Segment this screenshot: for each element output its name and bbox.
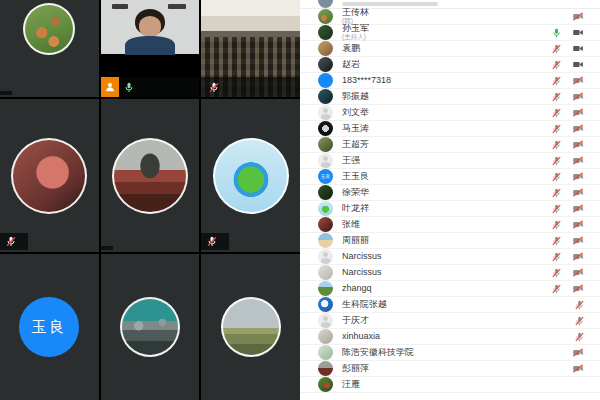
camera-on-icon	[571, 43, 585, 54]
mic-muted-icon	[574, 299, 585, 311]
participant-status-icons	[551, 251, 585, 263]
camera-toggle[interactable]	[571, 171, 585, 182]
participant-row[interactable]: 叶龙祥	[300, 201, 600, 217]
camera-toggle[interactable]	[571, 27, 585, 38]
participant-avatar	[318, 233, 333, 248]
participant-row[interactable]: 生科院张越	[300, 297, 600, 313]
camera-toggle[interactable]	[571, 203, 585, 214]
camera-toggle[interactable]	[571, 251, 585, 262]
mic-toggle[interactable]	[551, 155, 562, 167]
participant-row[interactable]: 183****7318	[300, 73, 600, 89]
participant-row[interactable]: 彭丽萍	[300, 361, 600, 377]
participant-row[interactable]: 袁鹏	[300, 41, 600, 57]
mic-toggle[interactable]	[574, 331, 585, 343]
tile-name-label	[0, 91, 12, 95]
participant-status-icons	[551, 59, 585, 71]
mic-toggle[interactable]	[551, 171, 562, 183]
participant-status-icons	[551, 139, 585, 151]
participant-row[interactable]: 王传林(我)	[300, 9, 600, 25]
participant-avatar	[318, 89, 333, 104]
participant-row[interactable]: 陈浩安徽科技学院	[300, 345, 600, 361]
camera-toggle[interactable]	[571, 123, 585, 134]
participant-status-icons	[571, 11, 585, 22]
camera-toggle[interactable]	[571, 267, 585, 278]
mic-toggle[interactable]	[551, 187, 562, 199]
camera-toggle[interactable]	[571, 59, 585, 70]
mic-toggle[interactable]	[551, 59, 562, 71]
camera-on-icon	[571, 59, 585, 70]
participant-name: 王玉良	[342, 172, 551, 181]
participant-status-icons	[551, 235, 585, 247]
mic-muted-icon	[551, 75, 562, 87]
camera-toggle[interactable]	[571, 139, 585, 150]
participant-name: Narcissus	[342, 268, 551, 277]
video-tile[interactable]	[201, 0, 300, 97]
video-tile[interactable]	[0, 99, 99, 252]
mic-toggle[interactable]	[551, 139, 562, 151]
participant-list[interactable]: 王传林(我) 孙玉军(主持人) 袁鹏 赵岩 183****7318	[300, 0, 600, 400]
mic-toggle[interactable]	[574, 315, 585, 327]
camera-toggle[interactable]	[571, 347, 585, 358]
mic-toggle[interactable]	[574, 299, 585, 311]
participant-row[interactable]: 王超芳	[300, 137, 600, 153]
participant-avatar	[318, 297, 333, 312]
mic-toggle[interactable]	[551, 267, 562, 279]
camera-toggle[interactable]	[571, 155, 585, 166]
mic-toggle[interactable]	[551, 27, 562, 39]
participant-row[interactable]: 玉良王玉良	[300, 169, 600, 185]
mic-toggle[interactable]	[551, 219, 562, 231]
participant-row[interactable]: 孙玉军(主持人)	[300, 25, 600, 41]
video-tile[interactable]	[201, 99, 300, 252]
camera-toggle[interactable]	[571, 283, 585, 294]
participant-row[interactable]: 王强	[300, 153, 600, 169]
participant-row[interactable]: Narcissus	[300, 265, 600, 281]
video-tile[interactable]	[0, 0, 99, 97]
camera-toggle[interactable]	[571, 187, 585, 198]
mic-toggle[interactable]	[551, 107, 562, 119]
video-tile[interactable]: 玉良	[0, 254, 99, 400]
mic-toggle[interactable]	[551, 43, 562, 55]
mic-toggle[interactable]	[551, 123, 562, 135]
mic-muted-icon	[551, 139, 562, 151]
participant-avatar	[318, 185, 333, 200]
participant-row[interactable]: 马玉涛	[300, 121, 600, 137]
participant-row[interactable]: 刘文举	[300, 105, 600, 121]
camera-toggle[interactable]	[571, 75, 585, 86]
mic-toggle[interactable]	[551, 235, 562, 247]
avatar	[318, 0, 333, 8]
mic-toggle[interactable]	[551, 283, 562, 295]
participant-row[interactable]: 汪雁	[300, 377, 600, 393]
participant-row[interactable]: xinhuaxia	[300, 329, 600, 345]
participant-name: 生科院张越	[342, 300, 574, 309]
participant-avatar	[318, 361, 333, 376]
mic-toggle[interactable]	[551, 91, 562, 103]
participant-row[interactable]: 徐荣华	[300, 185, 600, 201]
video-tile[interactable]	[201, 254, 300, 400]
video-tile[interactable]	[101, 0, 200, 97]
mic-toggle[interactable]	[551, 251, 562, 263]
camera-toggle[interactable]	[571, 43, 585, 54]
participant-row[interactable]: 周丽丽	[300, 233, 600, 249]
participant-row[interactable]: Narcissus	[300, 249, 600, 265]
participant-row[interactable]: zhangq	[300, 281, 600, 297]
participant-row[interactable]: 赵岩	[300, 57, 600, 73]
camera-toggle[interactable]	[571, 363, 585, 374]
mic-muted-icon	[551, 43, 562, 55]
camera-toggle[interactable]	[571, 11, 585, 22]
participant-avatar	[318, 217, 333, 232]
camera-toggle[interactable]	[571, 235, 585, 246]
video-tile[interactable]	[101, 254, 200, 400]
participant-avatar	[318, 377, 333, 392]
camera-toggle[interactable]	[571, 219, 585, 230]
mic-muted-icon	[551, 171, 562, 183]
mic-toggle[interactable]	[551, 75, 562, 87]
camera-toggle[interactable]	[571, 107, 585, 118]
participant-row[interactable]: 张维	[300, 217, 600, 233]
tile-name-label	[0, 233, 28, 250]
mic-muted-icon	[206, 235, 218, 248]
participant-row[interactable]: 于庆才	[300, 313, 600, 329]
video-tile[interactable]	[101, 99, 200, 252]
camera-toggle[interactable]	[571, 91, 585, 102]
participant-row[interactable]: 郭振越	[300, 89, 600, 105]
mic-toggle[interactable]	[551, 203, 562, 215]
